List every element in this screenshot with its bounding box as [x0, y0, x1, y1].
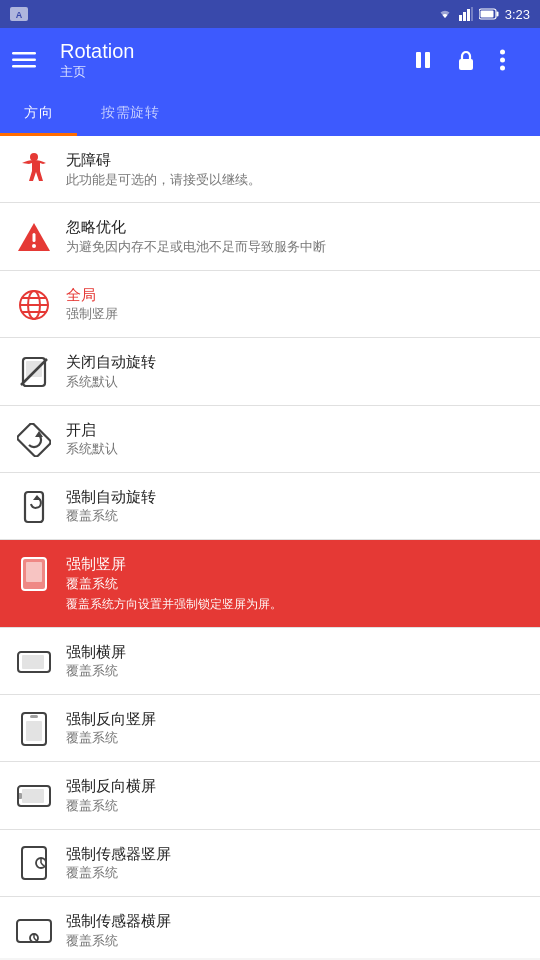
force-portrait-title: 强制竖屏	[66, 554, 524, 574]
list-item-force-reverse-landscape[interactable]: 强制反向横屏 覆盖系统	[0, 762, 540, 829]
svg-rect-2	[459, 15, 462, 21]
svg-point-20	[32, 244, 36, 248]
force-auto-rotate-subtitle: 覆盖系统	[66, 508, 524, 525]
accessibility-icon	[16, 152, 52, 188]
list-item-close-auto-rotate[interactable]: 关闭自动旋转 系统默认	[0, 338, 540, 405]
svg-rect-42	[22, 789, 44, 803]
list-item-force-landscape[interactable]: 强制横屏 覆盖系统	[0, 628, 540, 695]
global-icon	[16, 287, 52, 323]
force-landscape-icon	[16, 644, 52, 680]
force-reverse-landscape-text: 强制反向横屏 覆盖系统	[66, 776, 524, 814]
pause-button[interactable]	[412, 49, 440, 71]
list-item-force-portrait[interactable]: 强制竖屏 覆盖系统 覆盖系统方向设置并强制锁定竖屏为屏。	[0, 540, 540, 627]
force-auto-rotate-icon	[16, 489, 52, 525]
force-reverse-landscape-icon	[16, 778, 52, 814]
force-sensor-landscape-title: 强制传感器横屏	[66, 911, 524, 931]
svg-rect-44	[22, 847, 46, 879]
open-text: 开启 系统默认	[66, 420, 524, 458]
ignore-optimize-title: 忽略优化	[66, 217, 524, 237]
battery-icon	[479, 8, 499, 20]
svg-rect-29	[17, 423, 51, 457]
svg-rect-38	[26, 721, 42, 741]
list-item-ignore-optimize[interactable]: 忽略优化 为避免因内存不足或电池不足而导致服务中断	[0, 203, 540, 270]
menu-button[interactable]	[12, 48, 48, 72]
force-reverse-landscape-subtitle: 覆盖系统	[66, 798, 524, 815]
svg-rect-4	[467, 9, 470, 21]
svg-point-16	[500, 58, 505, 63]
force-portrait-text: 强制竖屏 覆盖系统 覆盖系统方向设置并强制锁定竖屏为屏。	[66, 554, 524, 612]
svg-point-17	[500, 66, 505, 71]
close-auto-rotate-icon	[16, 354, 52, 390]
svg-rect-43	[18, 793, 22, 799]
svg-text:A: A	[16, 10, 23, 20]
accessibility-title: 无障碍	[66, 150, 524, 170]
open-title: 开启	[66, 420, 524, 440]
force-sensor-portrait-text: 强制传感器竖屏 覆盖系统	[66, 844, 524, 882]
list-item-force-auto-rotate[interactable]: 强制自动旋转 覆盖系统	[0, 473, 540, 540]
svg-rect-11	[12, 65, 36, 68]
svg-rect-13	[425, 52, 430, 68]
svg-rect-3	[463, 12, 466, 21]
app-bar: Rotation 主页	[0, 28, 540, 92]
tab-bar: 方向 按需旋转	[0, 92, 540, 136]
force-portrait-subtitle: 覆盖系统	[66, 576, 524, 593]
lock-button[interactable]	[456, 49, 484, 71]
force-sensor-landscape-subtitle: 覆盖系统	[66, 933, 524, 950]
list-item-global[interactable]: 全局 强制竖屏	[0, 271, 540, 338]
rotation-list: 无障碍 此功能是可选的，请接受以继续。 忽略优化 为避免因内存不足或电池不足而导…	[0, 136, 540, 958]
svg-line-47	[41, 863, 44, 866]
force-auto-rotate-text: 强制自动旋转 覆盖系统	[66, 487, 524, 525]
wifi-icon	[437, 7, 453, 21]
svg-line-51	[34, 938, 37, 941]
android-icon: A	[10, 7, 28, 21]
force-portrait-icon	[16, 556, 52, 592]
status-bar: A 3:23	[0, 0, 540, 28]
close-auto-rotate-text: 关闭自动旋转 系统默认	[66, 352, 524, 390]
svg-rect-40	[30, 715, 38, 718]
app-subtitle: 主页	[60, 63, 400, 81]
status-bar-left: A	[10, 7, 28, 21]
force-landscape-text: 强制横屏 覆盖系统	[66, 642, 524, 680]
global-subtitle: 强制竖屏	[66, 306, 524, 323]
ignore-optimize-subtitle: 为避免因内存不足或电池不足而导致服务中断	[66, 239, 524, 256]
close-auto-rotate-title: 关闭自动旋转	[66, 352, 524, 372]
warning-icon	[16, 219, 52, 255]
force-portrait-desc: 覆盖系统方向设置并强制锁定竖屏为屏。	[66, 596, 524, 613]
list-item-force-sensor-portrait[interactable]: 强制传感器竖屏 覆盖系统	[0, 830, 540, 897]
force-sensor-portrait-title: 强制传感器竖屏	[66, 844, 524, 864]
force-reverse-portrait-subtitle: 覆盖系统	[66, 730, 524, 747]
force-sensor-landscape-icon	[16, 913, 52, 949]
app-title: Rotation	[60, 39, 400, 63]
force-landscape-title: 强制横屏	[66, 642, 524, 662]
force-sensor-landscape-text: 强制传感器横屏 覆盖系统	[66, 911, 524, 949]
svg-rect-12	[416, 52, 421, 68]
signal-icon	[459, 7, 473, 21]
time-display: 3:23	[505, 7, 530, 22]
open-subtitle: 系统默认	[66, 441, 524, 458]
svg-rect-27	[26, 361, 42, 377]
svg-rect-34	[26, 562, 42, 582]
status-bar-right: 3:23	[437, 7, 530, 22]
force-reverse-landscape-title: 强制反向横屏	[66, 776, 524, 796]
svg-rect-8	[480, 11, 493, 18]
list-item-open[interactable]: 开启 系统默认	[0, 406, 540, 473]
svg-rect-14	[459, 59, 473, 70]
svg-rect-36	[22, 655, 44, 669]
global-text: 全局 强制竖屏	[66, 285, 524, 323]
tab-direction[interactable]: 方向	[0, 92, 77, 134]
list-item-accessibility[interactable]: 无障碍 此功能是可选的，请接受以继续。	[0, 136, 540, 203]
tab-on-demand[interactable]: 按需旋转	[77, 92, 183, 134]
force-sensor-portrait-subtitle: 覆盖系统	[66, 865, 524, 882]
list-item-force-sensor-landscape[interactable]: 强制传感器横屏 覆盖系统	[0, 897, 540, 958]
ignore-optimize-text: 忽略优化 为避免因内存不足或电池不足而导致服务中断	[66, 217, 524, 255]
force-reverse-portrait-title: 强制反向竖屏	[66, 709, 524, 729]
force-reverse-portrait-icon	[16, 711, 52, 747]
global-title: 全局	[66, 285, 524, 305]
open-rotate-icon	[16, 422, 52, 458]
svg-marker-32	[33, 495, 41, 500]
accessibility-subtitle: 此功能是可选的，请接受以继续。	[66, 172, 524, 189]
more-options-button[interactable]	[500, 49, 528, 71]
accessibility-text: 无障碍 此功能是可选的，请接受以继续。	[66, 150, 524, 188]
list-item-force-reverse-portrait[interactable]: 强制反向竖屏 覆盖系统	[0, 695, 540, 762]
svg-rect-19	[33, 233, 36, 242]
